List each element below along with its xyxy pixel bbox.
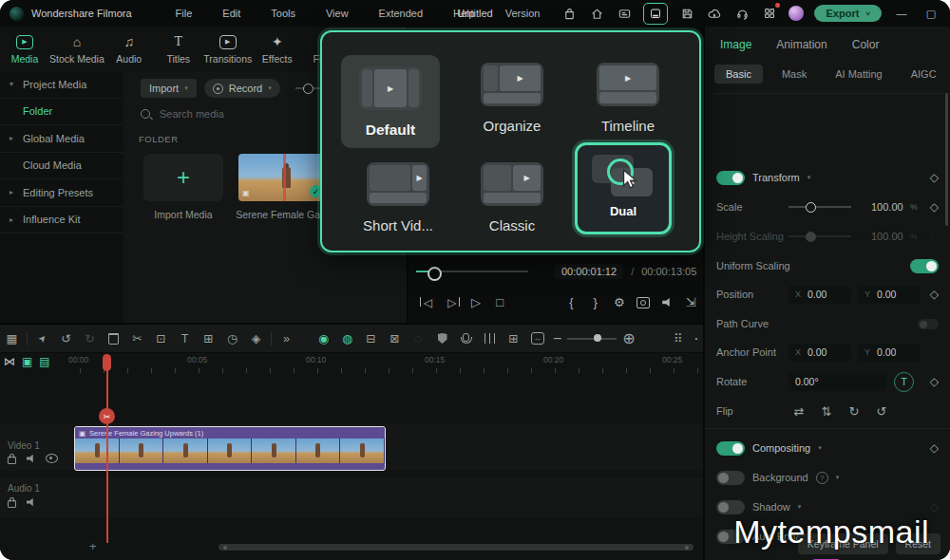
tab-audio[interactable]: ♫ Audio bbox=[104, 34, 154, 65]
track-manager-icon[interactable]: ⠿ bbox=[666, 331, 690, 345]
rotate-cw-icon[interactable]: ↻ bbox=[844, 404, 864, 419]
menu-version[interactable]: Version bbox=[490, 8, 556, 19]
scale-slider[interactable] bbox=[788, 206, 851, 208]
menu-edit[interactable]: Edit bbox=[207, 8, 256, 19]
layout-option-organize[interactable]: ▶ Organize bbox=[455, 63, 569, 134]
crop-icon[interactable]: ⊡ bbox=[149, 331, 173, 345]
select-tool-icon[interactable]: ➤ bbox=[30, 326, 53, 350]
home-icon[interactable] bbox=[588, 5, 605, 22]
keyframe-tool-icon[interactable]: ◈ bbox=[244, 331, 268, 345]
layout-switcher-icon[interactable] bbox=[643, 3, 668, 25]
shadow-toggle[interactable] bbox=[716, 500, 745, 514]
seek-bar[interactable] bbox=[416, 271, 528, 272]
subtab-aigc[interactable]: AIGC bbox=[902, 65, 946, 84]
rotate-ccw-icon[interactable]: ↺ bbox=[871, 404, 892, 419]
tab-effects[interactable]: ✦ Effects bbox=[253, 34, 302, 65]
layout-option-classic[interactable]: ▶ Classic bbox=[455, 162, 569, 233]
support-headset-icon[interactable] bbox=[733, 5, 750, 22]
flip-horizontal-icon[interactable]: ⇄ bbox=[788, 404, 809, 419]
ungroup-icon[interactable]: ⊠ bbox=[383, 331, 407, 345]
mark-out-button[interactable]: } bbox=[583, 295, 607, 309]
subtab-mask[interactable]: Mask bbox=[772, 65, 816, 84]
position-y-input[interactable]: Y0.00 bbox=[858, 286, 921, 304]
anchor-x-input[interactable]: X0.00 bbox=[788, 344, 851, 362]
seek-handle[interactable] bbox=[428, 267, 442, 281]
duplicate-icon[interactable]: ⊞ bbox=[197, 331, 220, 345]
play-button[interactable]: ▷ bbox=[464, 295, 487, 309]
chevron-down-icon[interactable]: ▾ bbox=[808, 174, 811, 181]
playhead[interactable] bbox=[106, 356, 108, 543]
tab-titles[interactable]: T Titles bbox=[154, 34, 203, 65]
track-layers-icon[interactable]: ▤ bbox=[39, 355, 49, 368]
help-icon[interactable]: ? bbox=[816, 472, 828, 484]
split-scissors-icon[interactable]: ✂ bbox=[125, 331, 149, 345]
tab-transitions[interactable]: ▶ Transitions bbox=[203, 34, 253, 65]
menu-file[interactable]: File bbox=[161, 8, 208, 19]
search-input[interactable] bbox=[158, 107, 332, 121]
menu-tools[interactable]: Tools bbox=[256, 8, 311, 19]
tab-animation[interactable]: Animation bbox=[776, 38, 826, 51]
denoise-shield-icon[interactable] bbox=[430, 333, 454, 344]
maximize-button[interactable]: ▢ bbox=[922, 8, 940, 20]
menu-help[interactable]: Help bbox=[438, 8, 490, 19]
auto-ripple-icon[interactable]: ↔ bbox=[525, 332, 549, 345]
chevron-down-icon[interactable]: ▾ bbox=[798, 503, 802, 511]
playhead-handle[interactable] bbox=[103, 354, 111, 371]
sidebar-item-influence-kit[interactable]: ▸ Influence Kit bbox=[0, 207, 124, 234]
sidebar-item-editing-presets[interactable]: ▸ Editing Presets bbox=[0, 179, 124, 207]
fullscreen-button[interactable]: ⇲ bbox=[679, 295, 703, 309]
voiceover-mic-icon[interactable] bbox=[454, 336, 478, 342]
mask-tool-icon[interactable]: ◉ bbox=[312, 331, 335, 345]
save-icon[interactable] bbox=[678, 5, 695, 22]
layout-option-dual[interactable]: ▶ Dual bbox=[575, 142, 672, 234]
snap-icon[interactable]: ⋈ bbox=[4, 355, 15, 368]
lock-track-icon[interactable] bbox=[8, 500, 16, 508]
tab-color[interactable]: Color bbox=[852, 38, 880, 51]
compositing-toggle[interactable] bbox=[716, 441, 745, 456]
mute-track-icon[interactable] bbox=[27, 455, 35, 463]
more-tools-icon[interactable]: » bbox=[275, 332, 298, 345]
snapshot-button[interactable] bbox=[631, 297, 655, 308]
audio-track-lane[interactable]: Audio 1 bbox=[0, 477, 703, 517]
media-browser-grid-icon[interactable]: ▦ bbox=[0, 331, 24, 345]
keyframe-diamond-icon[interactable]: ◇ bbox=[930, 171, 939, 184]
path-curve-toggle[interactable] bbox=[918, 319, 939, 329]
chevron-down-icon[interactable]: ▾ bbox=[836, 474, 840, 481]
keyframe-diamond-icon[interactable]: ◇ bbox=[930, 288, 939, 301]
rotate-input[interactable]: 0.00° bbox=[788, 373, 887, 391]
mark-in-button[interactable]: { bbox=[560, 295, 583, 309]
render-preview-icon[interactable]: ⊞ bbox=[502, 331, 525, 345]
undo-icon[interactable]: ↺ bbox=[54, 331, 78, 345]
timeline-clip[interactable]: ▣ Serene Female Gazing Upwards (1) bbox=[74, 426, 386, 471]
mute-track-icon[interactable] bbox=[27, 498, 35, 507]
timeline-horizontal-scrollbar[interactable] bbox=[218, 544, 694, 551]
tab-stock-media[interactable]: ⌂ Stock Media bbox=[49, 34, 104, 65]
tab-image[interactable]: Image bbox=[720, 38, 751, 51]
sidebar-item-project-media[interactable]: ▾ Project Media bbox=[0, 71, 124, 99]
media-asset-tile[interactable]: ▣ ✓ Serene Female Ga... bbox=[239, 154, 325, 220]
subtab-ai-matting[interactable]: AI Matting bbox=[826, 65, 892, 84]
uniform-scaling-toggle[interactable] bbox=[910, 259, 939, 273]
layout-option-default[interactable]: ▶ Default bbox=[341, 55, 440, 148]
position-x-input[interactable]: X0.00 bbox=[788, 286, 851, 304]
background-toggle[interactable] bbox=[716, 471, 745, 485]
user-avatar[interactable] bbox=[788, 6, 804, 21]
speed-icon[interactable]: ◷ bbox=[220, 331, 244, 345]
minimize-button[interactable]: — bbox=[892, 8, 911, 19]
inspector-scrollbar[interactable] bbox=[945, 93, 948, 226]
export-button[interactable]: Export ˅ bbox=[814, 5, 882, 22]
sidebar-item-cloud-media[interactable]: Cloud Media bbox=[0, 153, 124, 180]
previous-frame-button[interactable]: ◁ bbox=[416, 296, 440, 309]
lock-track-icon[interactable] bbox=[8, 457, 16, 464]
rotate-reset-icon[interactable]: T bbox=[894, 372, 914, 392]
tab-media[interactable]: ▶ Media bbox=[0, 34, 49, 65]
feedback-icon[interactable] bbox=[616, 5, 633, 22]
apps-grid-icon[interactable] bbox=[761, 5, 778, 22]
redo-icon[interactable]: ↻ bbox=[78, 331, 102, 345]
chevron-down-icon[interactable]: ▾ bbox=[818, 444, 822, 452]
keyframe-diamond-icon[interactable]: ◇ bbox=[930, 375, 939, 388]
next-frame-button[interactable]: ▷ bbox=[440, 296, 464, 309]
keyframe-diamond-icon[interactable]: ◇ bbox=[930, 200, 939, 214]
menu-view[interactable]: View bbox=[311, 8, 364, 19]
cloud-upload-icon[interactable] bbox=[706, 5, 723, 22]
